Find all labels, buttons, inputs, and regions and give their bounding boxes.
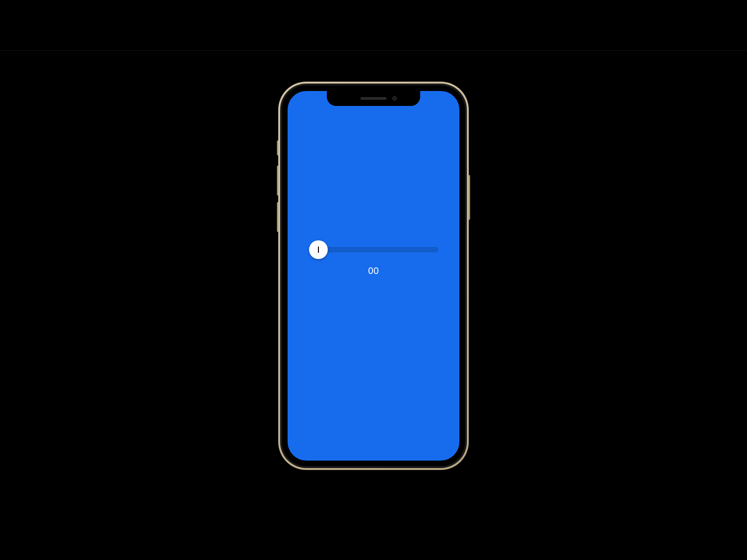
volume-up-button [277, 166, 278, 196]
top-divider [0, 50, 747, 51]
phone-frame-inner: 00 [280, 84, 467, 468]
phone-notch [327, 91, 420, 106]
power-button [469, 175, 470, 220]
phone-bezel: 00 [282, 85, 465, 466]
slider-thumb[interactable] [309, 240, 328, 259]
camera-icon [392, 96, 397, 101]
phone-mockup-frame: 00 [278, 82, 469, 470]
value-slider[interactable] [309, 240, 438, 259]
volume-down-button [277, 202, 278, 232]
mute-switch [277, 140, 278, 155]
slider-track [315, 247, 438, 252]
phone-screen: 00 [288, 91, 459, 461]
slider-value-label: 00 [368, 266, 379, 276]
app-content: 00 [288, 240, 459, 276]
thumb-tick-icon [318, 246, 319, 253]
speaker-icon [360, 97, 387, 100]
